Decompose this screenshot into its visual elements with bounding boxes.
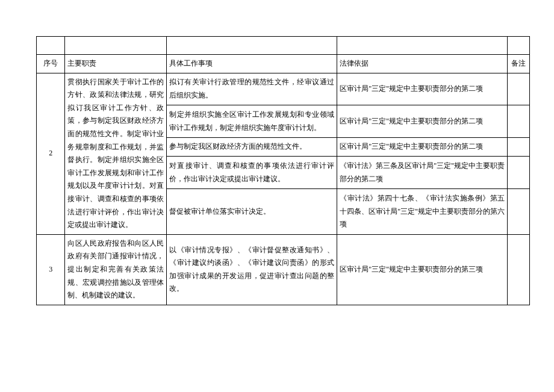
cell-duty: 贯彻执行国家关于审计工作的方针、政策和法律法规，研究拟订我区审计工作方针、政策，… (65, 73, 167, 234)
cell-law: 区审计局"三定"规定中主要职责部分的第二项 (337, 137, 508, 156)
cell-law: 区审计局"三定"规定中主要职责部分的第二项 (337, 73, 508, 105)
table-row: 3 向区人民政府报告和向区人民政府有关部门通报审计情况，提出制定和完善有关政策法… (37, 234, 530, 305)
cell-note (508, 137, 530, 156)
cell-work: 对直接审计、调查和核查的事项依法进行审计评价，作出审计决定或提出审计建议。 (167, 157, 337, 189)
header-note: 备注 (508, 55, 530, 73)
cell-note (508, 188, 530, 234)
cell-work: 制定并组织实施全区审计工作发展规划和专业领域审计工作规划，制定并组织实施年度审计… (167, 105, 337, 138)
cell-note (508, 105, 530, 138)
table-row: 2 贯彻执行国家关于审计工作的方针、政策和法律法规，研究拟订我区审计工作方针、政… (37, 73, 530, 105)
cell-note (508, 73, 530, 105)
header-law: 法律依据 (337, 55, 508, 73)
cell-seq: 3 (37, 234, 65, 305)
responsibility-table: 序号 主要职责 具体工作事项 法律依据 备注 2 贯彻执行国家关于审计工作的方针… (36, 36, 530, 305)
cell-seq: 2 (37, 73, 65, 234)
cell-work: 参与制定我区财政经济方面的规范性文件。 (167, 137, 337, 156)
cell-note (508, 157, 530, 189)
cell-work: 拟订有关审计行政管理的规范性文件，经审议通过后组织实施。 (167, 73, 337, 105)
header-work: 具体工作事项 (167, 55, 337, 73)
blank-row (37, 37, 530, 55)
cell-work: 以《审计情况专报》、《审计督促整改通知书》、《审计建议约谈函》、《审计建议问责函… (167, 234, 337, 305)
cell-note (508, 234, 530, 305)
cell-law: 《审计法》第三条及区审计局"三定"规定中主要职责部分的第二项 (337, 157, 508, 189)
header-duty: 主要职责 (65, 55, 167, 73)
cell-duty: 向区人民政府报告和向区人民政府有关部门通报审计情况，提出制定和完善有关政策法规、… (65, 234, 167, 305)
cell-law: 区审计局"三定"规定中主要职责部分的第三项 (337, 234, 508, 305)
header-seq: 序号 (37, 55, 65, 73)
cell-work: 督促被审计单位落实审计决定。 (167, 188, 337, 234)
cell-law: 区审计局"三定"规定中主要职责部分的第二项 (337, 105, 508, 138)
cell-law: 《审计法》第四十七条、《审计法实施条例》第五十四条、区审计局"三定"规定中主要职… (337, 188, 508, 234)
header-row: 序号 主要职责 具体工作事项 法律依据 备注 (37, 55, 530, 73)
